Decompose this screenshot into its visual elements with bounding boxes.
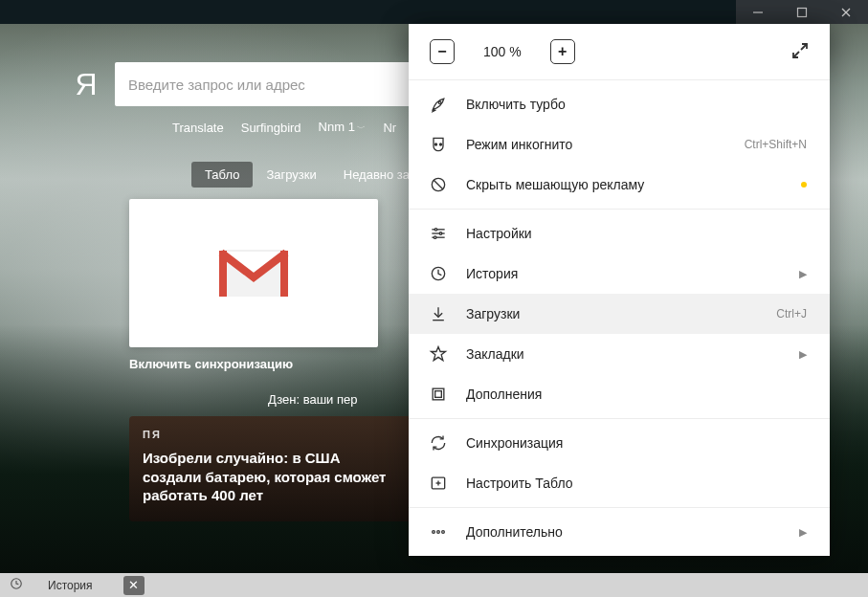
svg-point-14 — [435, 144, 437, 145]
history-icon — [428, 263, 449, 284]
menu-item-more[interactable]: Дополнительно ▶ — [409, 512, 830, 552]
zen-card-source: ПЯ — [143, 428, 403, 441]
yandex-logo: Я — [67, 67, 105, 102]
tab-tablo[interactable]: Табло — [191, 162, 253, 188]
sync-icon — [428, 432, 449, 453]
svg-point-15 — [440, 144, 442, 145]
svg-rect-29 — [435, 391, 442, 398]
chevron-right-icon: ▶ — [799, 526, 807, 539]
fav-link[interactable]: Nr — [383, 121, 396, 135]
svg-point-22 — [439, 232, 442, 235]
window-titlebar — [0, 0, 868, 24]
fav-link[interactable]: Translate — [172, 121, 224, 135]
gmail-icon — [215, 245, 292, 302]
svg-line-11 — [801, 44, 807, 50]
menu-label: Включить турбо — [466, 97, 807, 112]
fav-link[interactable]: Surfingbird — [241, 121, 301, 135]
window-maximize-button[interactable] — [780, 0, 824, 24]
star-icon — [428, 343, 449, 365]
chevron-right-icon: ▶ — [799, 348, 807, 361]
window-close-button[interactable] — [824, 0, 868, 24]
svg-rect-28 — [433, 388, 444, 400]
fav-link[interactable]: Nnm 1 — [319, 120, 367, 135]
addons-icon — [428, 384, 449, 405]
menu-label: Настройки — [466, 226, 807, 241]
menu-label: Скрыть мешающую рекламу — [466, 177, 778, 192]
menu-item-downloads[interactable]: Загрузки Ctrl+J — [409, 294, 830, 334]
menu-shortcut: Ctrl+Shift+N — [745, 138, 807, 151]
menu-label: Режим инкогнито — [466, 137, 727, 152]
menu-label: Дополнения — [466, 387, 807, 402]
svg-point-21 — [434, 229, 437, 232]
svg-point-33 — [433, 531, 435, 534]
block-icon — [428, 174, 449, 195]
svg-line-12 — [793, 52, 799, 57]
menu-label: Дополнительно — [466, 524, 782, 540]
menu-item-sync[interactable]: Синхронизация — [409, 423, 830, 463]
rocket-icon — [428, 94, 449, 115]
speed-dial-tile-gmail[interactable] — [129, 199, 378, 347]
main-menu-dropdown: − 100 % + Включить турбо Режим инкогнито… — [409, 24, 830, 556]
svg-point-35 — [442, 531, 445, 534]
fullscreen-button[interactable] — [791, 42, 809, 62]
status-bar: История ✕ — [0, 573, 868, 597]
menu-label: Настроить Табло — [466, 475, 807, 491]
menu-item-settings[interactable]: Настройки — [409, 213, 830, 254]
menu-label: Синхронизация — [466, 435, 807, 451]
svg-point-23 — [434, 236, 436, 239]
zen-card-title: Изобрели случайно: в США создали батарею… — [143, 449, 403, 505]
zen-card[interactable]: ПЯ Изобрели случайно: в США создали бата… — [129, 416, 416, 521]
incognito-icon — [428, 134, 449, 155]
sliders-icon — [428, 223, 449, 244]
clock-icon — [10, 577, 23, 593]
menu-item-addons[interactable]: Дополнения — [409, 374, 830, 414]
svg-point-34 — [437, 531, 440, 534]
svg-rect-4 — [798, 8, 807, 16]
svg-rect-9 — [219, 251, 227, 297]
menu-item-bookmarks[interactable]: Закладки ▶ — [409, 334, 830, 374]
status-close-button[interactable]: ✕ — [123, 576, 145, 595]
add-tile-icon — [428, 473, 449, 494]
more-icon — [428, 521, 449, 542]
chevron-right-icon: ▶ — [799, 268, 807, 280]
menu-shortcut: Ctrl+J — [776, 307, 807, 321]
status-history-label[interactable]: История — [48, 579, 93, 592]
zoom-level: 100 % — [483, 44, 522, 59]
tab-downloads[interactable]: Загрузки — [253, 162, 329, 188]
indicator-dot — [801, 182, 807, 188]
menu-item-custom-tablo[interactable]: Настроить Табло — [409, 463, 830, 503]
download-icon — [428, 303, 449, 324]
svg-rect-10 — [280, 251, 288, 297]
zoom-out-button[interactable]: − — [430, 39, 455, 64]
menu-label: Закладки — [466, 346, 782, 362]
menu-item-history[interactable]: История ▶ — [409, 254, 830, 294]
svg-marker-27 — [432, 347, 446, 361]
zoom-in-button[interactable]: + — [550, 39, 575, 64]
menu-label: История — [466, 266, 782, 281]
svg-point-13 — [438, 101, 441, 104]
svg-line-17 — [434, 180, 443, 189]
window-minimize-button[interactable] — [736, 0, 780, 24]
menu-item-hide-ads[interactable]: Скрыть мешающую рекламу — [409, 165, 830, 205]
menu-item-turbo[interactable]: Включить турбо — [409, 84, 830, 124]
menu-label: Загрузки — [466, 306, 759, 321]
menu-item-incognito[interactable]: Режим инкогнито Ctrl+Shift+N — [409, 124, 830, 165]
